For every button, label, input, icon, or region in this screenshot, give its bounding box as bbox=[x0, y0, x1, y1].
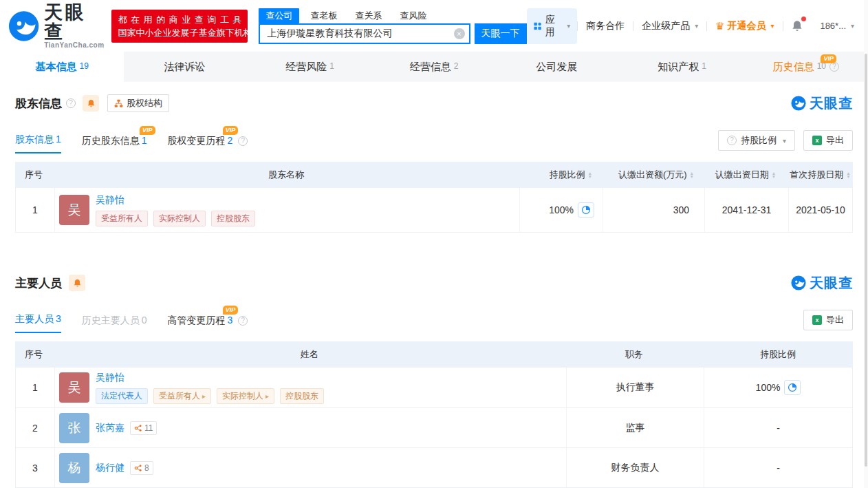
person-name-link[interactable]: 张芮嘉 bbox=[96, 422, 124, 434]
avatar[interactable]: 张 bbox=[59, 413, 89, 443]
subscribed-amount-value: 300 bbox=[603, 188, 704, 232]
tab-operation-info[interactable]: 经营信息2 bbox=[372, 52, 496, 82]
table-row: 2 张 张芮嘉 bbox=[16, 407, 852, 447]
holding-ratio-filter-button[interactable]: ? 持股比例 ▾ bbox=[718, 130, 795, 151]
personnel-section-title: 主要人员 bbox=[15, 275, 62, 291]
tag-beneficial-owner[interactable]: 受益所有人 bbox=[96, 211, 148, 226]
relation-count-badge[interactable]: 11 bbox=[130, 421, 157, 435]
subtab-equity-change-history[interactable]: VIP 股权变更历程2 ? bbox=[168, 135, 248, 153]
promo-banner: 都在用的商业查询工具 国家中小企业发展子基金旗下机构 bbox=[111, 10, 248, 43]
pie-chart-button[interactable] bbox=[578, 202, 594, 218]
chevron-down-icon: ▾ bbox=[771, 22, 774, 30]
apps-menu[interactable]: 应用 ▾ bbox=[527, 8, 578, 44]
holding-ratio-value: 100% bbox=[756, 382, 781, 393]
subtab-shareholders[interactable]: 股东信息1 bbox=[15, 134, 61, 153]
business-cooperation-link[interactable]: 商务合作 bbox=[578, 20, 633, 32]
tab-company-development[interactable]: 公司发展 bbox=[496, 52, 620, 82]
help-icon[interactable]: ? bbox=[238, 136, 248, 146]
bell-icon bbox=[87, 99, 96, 108]
col-subscribe-date[interactable]: 认缴出资日期▲▼ bbox=[704, 169, 788, 181]
account-menu[interactable]: 186*... ▾ bbox=[812, 21, 862, 31]
sort-icon[interactable]: ▲▼ bbox=[772, 171, 776, 179]
holding-ratio-value: 100% bbox=[549, 204, 574, 215]
clear-icon[interactable]: × bbox=[454, 28, 465, 39]
row-index: 1 bbox=[16, 188, 54, 232]
excel-icon: x bbox=[812, 315, 822, 325]
vip-badge: VIP bbox=[223, 126, 239, 135]
position-value: 监事 bbox=[566, 408, 704, 447]
sort-icon[interactable]: ▲▼ bbox=[690, 171, 694, 179]
subtab-executive-change-history[interactable]: VIP 高管变更历程3 ? bbox=[168, 315, 248, 333]
subtab-history-personnel[interactable]: 历史主要人员0 bbox=[82, 315, 147, 333]
avatar[interactable]: 吴 bbox=[59, 195, 89, 225]
monitor-bell-button[interactable] bbox=[83, 95, 99, 112]
search-tabs: 查公司 查老板 查关系 查风险 bbox=[259, 8, 526, 23]
promo-line1: 都在用的商业查询工具 bbox=[118, 13, 241, 26]
tianyancha-logo-icon bbox=[8, 10, 39, 42]
logo-text-cn: 天眼查 bbox=[44, 3, 105, 41]
tab-operation-risk[interactable]: 经营风险1 bbox=[248, 52, 372, 82]
sort-icon[interactable]: ▲▼ bbox=[846, 171, 850, 179]
shareholder-section-title: 股东信息 bbox=[15, 96, 62, 112]
personnel-section-header: 主要人员 天眼查 bbox=[15, 274, 853, 292]
tab-legal-litigation[interactable]: 法律诉讼 bbox=[124, 52, 248, 82]
tag-beneficial-owner[interactable]: 受益所有人 bbox=[153, 388, 211, 404]
help-icon[interactable]: ? bbox=[66, 98, 76, 108]
position-value: 执行董事 bbox=[566, 368, 704, 407]
table-row: 1 吴 吴静怡 法定代表人 受益所有人 实际控制人 控股股东 执行董事 bbox=[16, 368, 852, 407]
search-button[interactable]: 天眼一下 bbox=[475, 23, 527, 44]
col-person-name: 姓名 bbox=[54, 348, 565, 361]
header-menu: 应用 ▾ 商务合作 企业级产品 ▾ ♛ 开通会员 ▾ 186*... ▾ bbox=[527, 8, 862, 44]
search-tab-relation[interactable]: 查关系 bbox=[348, 8, 389, 23]
avatar[interactable]: 吴 bbox=[59, 372, 89, 403]
personnel-subtabs: 主要人员3 历史主要人员0 VIP 高管变更历程3 ? x 导出 bbox=[15, 310, 853, 333]
col-subscribed-amount[interactable]: 认缴出资额(万元)▲▼ bbox=[602, 169, 704, 181]
search-tab-risk[interactable]: 查风险 bbox=[393, 8, 433, 23]
tianyancha-logo[interactable]: 天眼查 TianYanCha.com bbox=[8, 3, 105, 49]
scrollbar[interactable] bbox=[864, 0, 868, 488]
subtab-history-shareholders[interactable]: VIP 历史股东信息1 bbox=[82, 135, 147, 153]
search-tab-company[interactable]: 查公司 bbox=[259, 8, 299, 23]
scrollbar-thumb[interactable] bbox=[865, 54, 867, 467]
notification-bell[interactable] bbox=[783, 20, 812, 32]
search-input[interactable] bbox=[259, 23, 470, 44]
relation-count-badge[interactable]: 8 bbox=[130, 461, 153, 475]
bell-icon bbox=[791, 20, 803, 32]
chevron-down-icon: ▾ bbox=[851, 22, 854, 30]
subtab-key-personnel[interactable]: 主要人员3 bbox=[15, 313, 61, 333]
pie-chart-button[interactable] bbox=[784, 380, 801, 395]
help-icon[interactable]: ? bbox=[238, 316, 248, 326]
tag-actual-controller[interactable]: 实际控制人 bbox=[217, 388, 274, 404]
help-icon[interactable]: ? bbox=[829, 62, 839, 72]
notification-dot bbox=[801, 17, 806, 21]
tab-basic-info[interactable]: 基本信息19 bbox=[0, 52, 124, 82]
tag-controlling-shareholder[interactable]: 控股股东 bbox=[211, 211, 255, 226]
relation-graph-icon bbox=[134, 424, 142, 432]
equity-structure-button[interactable]: 股权结构 bbox=[107, 94, 169, 112]
relation-count: 11 bbox=[144, 423, 153, 433]
col-holding-ratio[interactable]: 持股比例▲▼ bbox=[519, 169, 602, 181]
holding-ratio-value: - bbox=[704, 408, 852, 447]
tag-actual-controller[interactable]: 实际控制人 bbox=[153, 211, 206, 226]
monitor-bell-button[interactable] bbox=[69, 275, 85, 291]
tab-history-info[interactable]: VIP 历史信息10 ? bbox=[744, 52, 868, 82]
row-index: 3 bbox=[16, 448, 54, 487]
shareholder-table: 序号 股东名称 持股比例▲▼ 认缴出资额(万元)▲▼ 认缴出资日期▲▼ 首次持股… bbox=[15, 162, 853, 233]
tag-controlling-shareholder[interactable]: 控股股东 bbox=[280, 388, 324, 404]
apps-label: 应用 bbox=[545, 14, 561, 39]
sort-icon[interactable]: ▲▼ bbox=[588, 171, 592, 179]
col-first-hold-date[interactable]: 首次持股日期▲▼ bbox=[788, 169, 853, 181]
enterprise-product-menu[interactable]: 企业级产品 ▾ bbox=[633, 20, 706, 32]
tab-intellectual-property[interactable]: 知识产权1 bbox=[620, 52, 744, 82]
shareholder-name-link[interactable]: 吴静怡 bbox=[96, 194, 124, 206]
first-hold-date-value: 2021-05-10 bbox=[788, 188, 852, 232]
person-name-link[interactable]: 吴静怡 bbox=[96, 372, 124, 384]
export-button[interactable]: x 导出 bbox=[803, 310, 853, 330]
tag-legal-representative[interactable]: 法定代表人 bbox=[96, 388, 148, 404]
person-name-link[interactable]: 杨行健 bbox=[96, 462, 124, 474]
position-value: 财务负责人 bbox=[566, 448, 704, 487]
open-vip-menu[interactable]: ♛ 开通会员 ▾ bbox=[707, 20, 782, 32]
search-tab-boss[interactable]: 查老板 bbox=[303, 8, 344, 23]
avatar[interactable]: 杨 bbox=[59, 453, 89, 483]
export-button[interactable]: x 导出 bbox=[803, 130, 853, 151]
